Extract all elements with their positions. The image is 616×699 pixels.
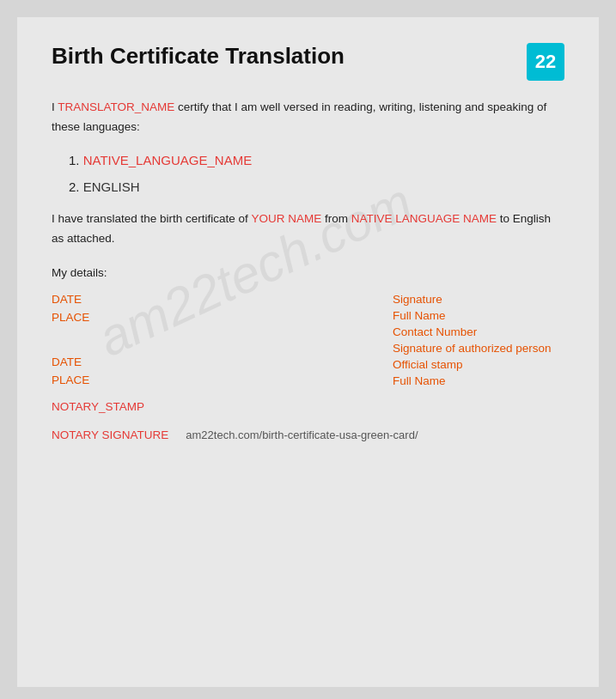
right-field-authorized-signature: Signature of authorized person [393,342,564,355]
right-field-full-name-2: Full Name [393,374,564,387]
language-item-2: 2. ENGLISH [69,179,564,194]
url-text: am22tech.com/birth-certificate-usa-green… [186,429,418,441]
right-field-signature: Signature [393,293,564,306]
right-field-official-stamp: Official stamp [393,358,564,371]
page-container: am22tech.com Birth Certificate Translati… [17,17,599,687]
left-field-date-2: DATE [52,356,393,368]
notary-stamp-field: NOTARY_STAMP [52,400,564,413]
translator-name-placeholder: TRANSLATOR_NAME [58,100,174,113]
trans-text-middle: from [321,212,351,225]
bottom-section: NOTARY_STAMP NOTARY SIGNATURE am22tech.c… [52,400,564,441]
page-title: Birth Certificate Translation [52,43,345,70]
page-number: 22 [527,43,564,81]
date-1-label: DATE [52,293,82,306]
intro-paragraph: I TRANSLATOR_NAME certify that I am well… [52,98,564,137]
trans-text-before: I have translated the birth certificate … [52,212,251,225]
right-field-contact-number: Contact Number [393,325,564,338]
your-name-placeholder: YOUR NAME [251,212,321,225]
left-field-place-2: PLACE [52,374,393,386]
notary-signature-label: NOTARY SIGNATURE [52,429,168,441]
place-1-label: PLACE [52,311,89,324]
lang-2-number: 2. [69,179,83,194]
lang-1-name: NATIVE_LANGUAGE_NAME [83,153,252,167]
details-grid: DATE PLACE DATE PLACE Signature Full Nam… [52,293,564,392]
lang-1-number: 1. [69,153,83,167]
native-lang-placeholder: NATIVE LANGUAGE NAME [351,212,497,225]
date-2-label: DATE [52,356,82,368]
lang-2-name: ENGLISH [83,179,140,194]
place-2-label: PLACE [52,374,89,386]
language-item-1: 1. NATIVE_LANGUAGE_NAME [69,153,564,167]
left-field-spacer [52,329,393,342]
my-details-label: My details: [52,266,564,279]
translated-paragraph: I have translated the birth certificate … [52,210,564,249]
left-field-place-1: PLACE [52,311,393,324]
header: Birth Certificate Translation 22 [52,43,564,81]
details-left-column: DATE PLACE DATE PLACE [52,293,393,392]
notary-stamp-label: NOTARY_STAMP [52,400,144,413]
left-field-date-1: DATE [52,293,393,306]
language-list: 1. NATIVE_LANGUAGE_NAME 2. ENGLISH [69,153,564,194]
right-field-full-name-1: Full Name [393,309,564,322]
details-right-column: Signature Full Name Contact Number Signa… [393,293,564,392]
notary-signature-row: NOTARY SIGNATURE am22tech.com/birth-cert… [52,429,564,441]
